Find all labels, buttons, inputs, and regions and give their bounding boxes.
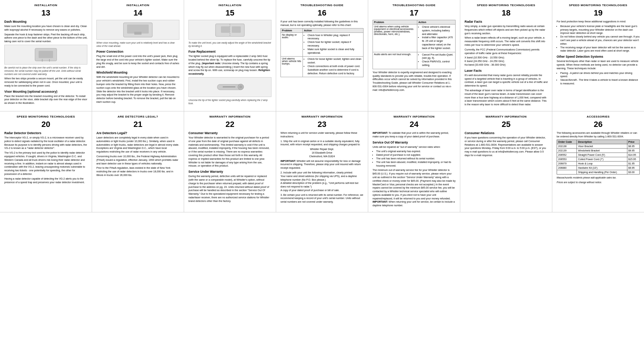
panel-23-text2: 1. Ship the unit in original carton or i… xyxy=(280,140,364,147)
panel-17: TROUBLESHOOTING GUIDE 17 Problem Action … xyxy=(368,0,460,111)
acc-row7-desc: Shipping and Handling (Per Order) xyxy=(577,170,627,174)
table-row: No display or audio. Check fuse in Whist… xyxy=(281,32,364,57)
table-row: 202139 Windshield Bracket $9.95 xyxy=(557,148,640,153)
panel-25-category: WARRANTY INFORMATION xyxy=(465,115,548,118)
table-row: 206552 Straight Power Cord (5') $14.95 xyxy=(557,153,640,157)
acc-row2-code: 202139 xyxy=(557,148,577,153)
panel-14-img-caption: When visor mounting, make sure your unit… xyxy=(96,41,179,48)
panel-26-note2: Prices are subject to change without not… xyxy=(557,181,640,184)
panel-22-sec2-title: Service Under Warranty xyxy=(188,170,271,173)
acc-row1-desc: Visor Bracket xyxy=(577,144,627,148)
panel-21-category: ARE DETECTORS LEGAL? xyxy=(96,115,179,118)
panel-14: INSTALLATION 14 When visor mounting, mak… xyxy=(92,0,184,111)
panel-23-number: 23 xyxy=(280,120,364,129)
table-row: Unit alarms when vehicle hits bumps. Che… xyxy=(281,57,364,77)
panel-15-number: 15 xyxy=(188,8,271,18)
panel-17-row1-problem: Unit alarms when using vehicle equipment… xyxy=(373,25,417,52)
panel-13-number: 13 xyxy=(4,8,87,18)
panel-22-sec2-text: During the warranty period, defective un… xyxy=(188,175,271,203)
panel-23: WARRANTY INFORMATION 23 When returning a… xyxy=(276,111,368,212)
panel-13-image xyxy=(4,45,87,65)
panel-19-category: SPEED MONITORING TECHNOLOGIES xyxy=(557,4,640,7)
panel-20-category: SPEED MONITORING TECHNOLOGIES xyxy=(4,115,87,118)
svg-rect-10 xyxy=(232,26,241,33)
list-item: Vascar/Aircraft - The time it takes a ve… xyxy=(560,78,640,85)
panel-14-sec2-title: Windshield Mounting xyxy=(96,71,179,74)
panel-17-th-problem: Problem xyxy=(373,20,417,25)
panel-24-category: WARRANTY INFORMATION xyxy=(373,115,456,118)
panel-19-sec2-title: Other Speed Detection Systems xyxy=(557,55,640,58)
page-container: INSTALLATION 13 Dash Mounting Make sure … xyxy=(0,0,644,212)
panel-15-img-caption2: Unscrew the tip of the lighter socket pl… xyxy=(188,98,271,105)
panel-15-img-caption1: To make the unit level, you can easily a… xyxy=(188,41,271,48)
panel-16-th-problem: Problem xyxy=(281,28,303,32)
panel-15-image1 xyxy=(188,20,271,40)
panel-13-sec1-text3: When the two strips provide a secure mou… xyxy=(4,77,87,87)
list-item: The unit has been abused, modified, inst… xyxy=(376,160,456,168)
acc-th-desc: Description xyxy=(577,140,627,144)
panel-23-text3: 2. Include with your unit the following … xyxy=(280,171,364,192)
panel-26-intro: The following accessories are available … xyxy=(557,131,640,138)
acc-row1-price: $6.95 xyxy=(627,144,640,148)
panel-15: INSTALLATION 15 To make the unit level, … xyxy=(184,0,276,111)
panel-24-important: IMPORTANT: To validate that your unit is… xyxy=(373,131,456,138)
panel-18-sec1-text1: Very simply, a radar gun operates by tra… xyxy=(465,25,548,35)
acc-th-price: Price xyxy=(627,140,640,144)
list-item: Pacing - A patrol car drives behind you … xyxy=(560,71,640,79)
acc-row5-price: $1.95 xyxy=(627,161,640,166)
panel-23-text1: When returning a unit for service under … xyxy=(280,131,364,138)
panel-15-category: INSTALLATION xyxy=(188,4,271,7)
table-row: Audio alerts are not loud enough. Cancel… xyxy=(373,52,456,69)
acc-row7-code xyxy=(557,170,577,174)
table-row: Unit alarms when using vehicle equipment… xyxy=(373,25,456,52)
panel-18-sec2-title: Laser Facts xyxy=(465,69,548,72)
table-row: 202138 Visor Bracket $6.95 xyxy=(557,144,640,148)
panel-20-sec1-title: Radar Detector Detectors xyxy=(4,131,87,135)
list-item: The unit's original warranty has expired… xyxy=(376,150,456,153)
panel-25-sec1-title: Consumer Relations xyxy=(465,131,548,135)
panel-17-row2-actions: Cancel Pre-set Audio-Quiet. (see pg. 6).… xyxy=(417,52,455,69)
panel-16-number: 16 xyxy=(280,8,364,18)
list-item: The unit has been returned without its s… xyxy=(376,157,456,160)
panel-15-image2 xyxy=(188,77,271,97)
panel-18-sec2-text2: The advantage of laser over radar in ter… xyxy=(465,89,548,106)
panel-13-sec1-text1: Make sure the mounting location you have… xyxy=(4,25,87,32)
panel-25-number: 25 xyxy=(465,120,548,129)
panel-18-sec2-text1: It's well documented that many radar gun… xyxy=(465,74,548,88)
panel-24: WARRANTY INFORMATION 24 IMPORTANT: To va… xyxy=(368,111,460,212)
svg-rect-9 xyxy=(221,26,230,33)
panel-18-sec1-text3: Currently, the FCC (Federal Communicatio… xyxy=(465,48,548,55)
panel-13-sec2-title: Visor Mounting (optional accessory) xyxy=(4,90,87,93)
acc-row1-code: 202138 xyxy=(557,144,577,148)
panel-22-sec1-title: Consumer Warranty xyxy=(188,131,271,135)
panel-24-sec2-intro: Units will be repaired at "out of warran… xyxy=(373,145,456,149)
panel-24-number: 24 xyxy=(373,120,456,129)
row-2: SPEED MONITORING TECHNOLOGIES 20 Radar D… xyxy=(0,111,644,212)
panel-18-sec1-title: Radar Facts xyxy=(465,20,548,23)
panel-26-number: 26 xyxy=(557,120,640,129)
row-1: INSTALLATION 13 Dash Mounting Make sure … xyxy=(0,0,644,111)
panel-18: SPEED MONITORING TECHNOLOGIES 18 Radar F… xyxy=(460,0,552,111)
panel-14-category: INSTALLATION xyxy=(96,4,179,7)
panel-22-number: 22 xyxy=(188,120,271,129)
panel-14-sec1-text: Plug the small end of the power cord int… xyxy=(96,54,179,69)
panel-17-th-action: Action xyxy=(417,20,455,25)
acc-row6-price: $9.95 xyxy=(627,166,640,170)
panel-24-sec2-title: Service Out Of Warranty xyxy=(373,141,456,144)
acc-row3-price: $14.95 xyxy=(627,153,640,157)
panel-16-table: Problem Action No display or audio. Chec… xyxy=(280,28,364,78)
panel-18-sec1-text2: When a radar beam reflects off a moving … xyxy=(465,36,548,47)
panel-19-number: 19 xyxy=(557,8,640,18)
acc-row2-desc: Windshield Bracket xyxy=(577,148,627,153)
panel-22-category: WARRANTY INFORMATION xyxy=(188,115,271,118)
panel-14-sec1-title: Power Connection xyxy=(96,50,179,53)
panel-26-note1: Massachusetts residents please add appli… xyxy=(557,176,640,179)
acc-row4-code: 206553 xyxy=(557,157,577,161)
panel-21: ARE DETECTORS LEGAL? 21 Are Detectors Le… xyxy=(92,111,184,212)
table-row: Shipping and Handling (Per Order) $3.00 xyxy=(557,170,640,174)
list-item: Dated proof of purchase is not supplied. xyxy=(376,153,456,157)
panel-16: TROUBLESHOOTING GUIDE 16 If your unit ha… xyxy=(276,0,368,111)
accessories-table: Order Code Description Price 202138 Viso… xyxy=(557,140,640,175)
acc-row7-price: $3.00 xyxy=(627,170,640,174)
panel-13-img-caption: Be careful not to place the strip over t… xyxy=(4,66,87,76)
